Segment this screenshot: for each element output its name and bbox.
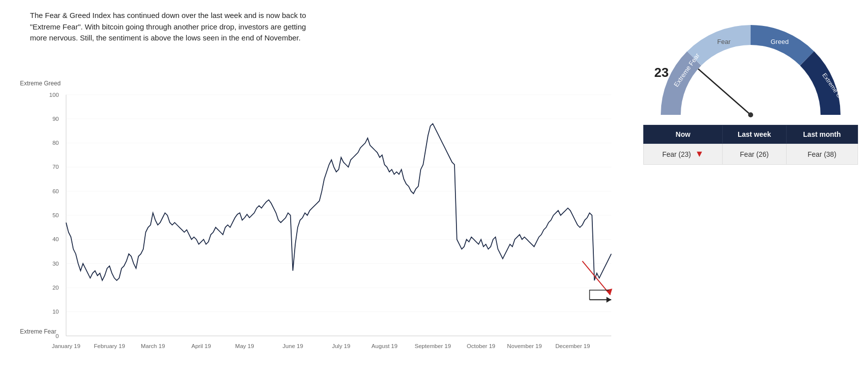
chart-svg: 100 90 80 70 60 50 40 30 20 10 [20, 90, 633, 360]
svg-text:70: 70 [52, 164, 59, 170]
svg-text:100: 100 [49, 92, 59, 98]
svg-text:50: 50 [52, 212, 59, 218]
last-month-value: Fear (38) [786, 144, 858, 165]
svg-text:30: 30 [52, 261, 59, 267]
gauge-needle [698, 69, 751, 115]
y-label-top: Extreme Greed [20, 80, 60, 87]
last-week-header: Last week [723, 125, 786, 144]
main-container: The Fear & Greed Index has continued dow… [0, 0, 868, 380]
svg-text:20: 20 [52, 285, 59, 291]
chart-area: Extreme Greed Extreme Fear 100 90 80 70 … [20, 80, 633, 350]
svg-text:May 19: May 19 [235, 343, 254, 349]
gauge-container: 23 Extreme Fear Fear Greed Extreme Greed [643, 10, 858, 165]
svg-text:April 19: April 19 [191, 343, 211, 349]
svg-text:December 19: December 19 [555, 343, 590, 349]
down-arrow-icon: ▼ [695, 149, 704, 159]
svg-text:September 19: September 19 [415, 343, 451, 349]
svg-text:10: 10 [52, 309, 59, 315]
svg-text:February 19: February 19 [94, 343, 125, 349]
x-axis: January 19 February 19 March 19 April 19… [52, 343, 590, 349]
gauge-value: 23 [654, 65, 669, 80]
svg-text:January 19: January 19 [52, 343, 80, 349]
gauge-needle-pivot [748, 112, 753, 117]
svg-text:0: 0 [55, 333, 58, 339]
black-arrow-head [606, 297, 611, 303]
gauge-table: Now Last week Last month Fear (23) ▼ Fea… [643, 125, 858, 165]
now-value: Fear (23) ▼ [644, 144, 723, 165]
description-text: The Fear & Greed Index has continued dow… [30, 10, 320, 44]
now-header: Now [644, 125, 723, 144]
svg-text:90: 90 [52, 116, 59, 122]
svg-text:June 19: June 19 [283, 343, 303, 349]
y-axis: 100 90 80 70 60 50 40 30 20 10 [49, 92, 611, 339]
svg-text:40: 40 [52, 236, 59, 242]
last-week-value: Fear (26) [723, 144, 786, 165]
svg-text:July 19: July 19 [332, 343, 351, 349]
svg-text:March 19: March 19 [141, 343, 165, 349]
chart-line [66, 124, 611, 281]
fear-arc-label: Fear [717, 38, 731, 45]
svg-text:November 19: November 19 [507, 343, 542, 349]
greed-arc-label: Greed [771, 38, 789, 45]
description-content: The Fear & Greed Index has continued dow… [30, 11, 306, 42]
svg-text:October 19: October 19 [467, 343, 495, 349]
svg-text:80: 80 [52, 140, 59, 146]
svg-text:August 19: August 19 [372, 343, 398, 349]
gauge-wrapper: 23 Extreme Fear Fear Greed Extreme Greed [643, 10, 858, 125]
triangle-annotation [590, 290, 609, 300]
gauge-svg: Extreme Fear Fear Greed Extreme Greed [643, 10, 858, 125]
svg-text:60: 60 [52, 188, 59, 194]
last-month-header: Last month [786, 125, 858, 144]
